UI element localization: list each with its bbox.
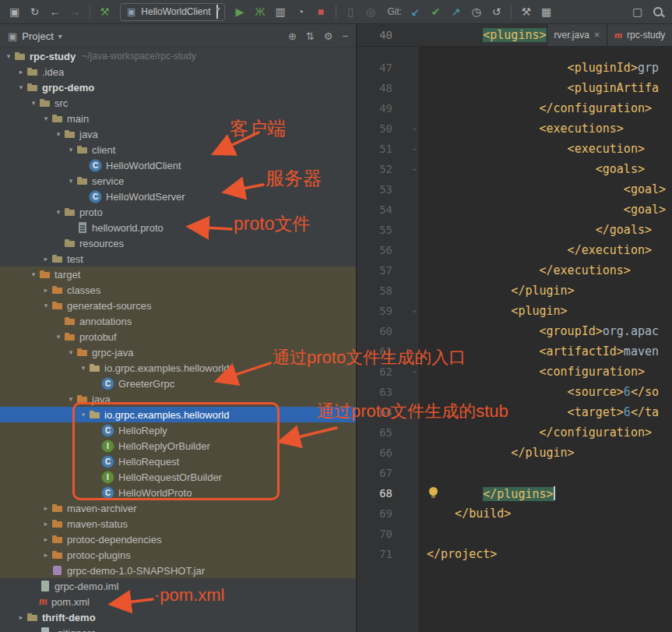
code-line-57[interactable]: 57</executions> xyxy=(357,260,672,281)
line-number[interactable]: 61 xyxy=(357,345,402,358)
code-text[interactable]: <artifactId>maven xyxy=(427,341,672,362)
debug-icon[interactable]: Ж xyxy=(251,3,270,20)
code-text[interactable]: </plugin> xyxy=(427,443,672,463)
code-line-53[interactable]: 53<goal> xyxy=(357,179,672,199)
code-text[interactable]: <plugin> xyxy=(427,301,672,321)
editor-tab-rver-java[interactable]: rver.java× xyxy=(547,24,607,46)
code-line-69[interactable]: 69</build> xyxy=(357,503,672,524)
code-line-66[interactable]: 66</plugin> xyxy=(357,443,672,463)
tree-item-annotations[interactable]: annotations xyxy=(0,313,356,329)
code-line-70[interactable]: 70 xyxy=(357,524,672,544)
code-text[interactable]: <target>6</ta xyxy=(427,402,672,422)
tree-item-service[interactable]: ▾service xyxy=(0,173,356,189)
chevron-down-icon[interactable]: ▾ xyxy=(3,52,14,60)
run-config-select[interactable]: ▣HelloWorldClient▾ xyxy=(120,3,225,21)
tree-item-generated-sources[interactable]: ▾generated-sources xyxy=(0,298,356,313)
code-line-65[interactable]: 65</configuration> xyxy=(357,422,672,443)
fold-marker-icon[interactable]: › xyxy=(410,369,420,375)
chevron-down-icon[interactable]: ▾ xyxy=(65,395,76,403)
code-line-56[interactable]: 56</execution> xyxy=(357,240,672,260)
line-number[interactable]: 60 xyxy=(357,325,402,337)
code-text[interactable]: <goal> xyxy=(427,179,672,199)
chevron-right-icon[interactable]: ▸ xyxy=(16,613,26,621)
tab-close-icon[interactable]: × xyxy=(594,30,600,41)
line-number[interactable]: 56 xyxy=(357,244,402,256)
tree-item-classes[interactable]: ▸classes xyxy=(0,282,356,298)
code-text[interactable]: <pluginArtifa xyxy=(427,78,672,98)
chevron-down-icon[interactable]: ▾ xyxy=(53,208,64,216)
code-line-51[interactable]: 51›<execution> xyxy=(357,139,672,159)
code-line-68[interactable]: 68</plugins> xyxy=(357,483,672,503)
tree-item-main[interactable]: ▾main xyxy=(0,111,356,126)
chevron-right-icon[interactable]: ▸ xyxy=(40,535,51,543)
code-text[interactable]: <execution> xyxy=(427,139,672,159)
sticky-line-code[interactable]: <plugins> xyxy=(483,28,546,42)
tree-item-grpc-java[interactable]: ▾grpc-java xyxy=(0,344,356,360)
project-panel-title[interactable]: Project xyxy=(22,30,53,42)
line-number[interactable]: 55 xyxy=(357,224,402,236)
tree-item-helloworldproto[interactable]: CHelloWorldProto xyxy=(0,485,356,500)
tree-item-helloworldserver[interactable]: CHelloWorldServer xyxy=(0,189,356,204)
line-number[interactable]: 58 xyxy=(357,284,402,297)
code-text[interactable]: <pluginId>grp xyxy=(427,58,672,78)
line-number[interactable]: 52 xyxy=(357,163,402,175)
settings-icon[interactable]: ⚙ xyxy=(324,30,333,42)
search-icon[interactable] xyxy=(648,3,667,20)
fold-marker-icon[interactable]: › xyxy=(410,126,420,132)
code-text[interactable] xyxy=(427,524,672,544)
chevron-right-icon[interactable]: ▸ xyxy=(40,520,51,528)
line-number[interactable]: 71 xyxy=(357,548,402,560)
line-number[interactable]: 68 xyxy=(357,487,402,500)
chevron-right-icon[interactable]: ▸ xyxy=(16,68,26,76)
line-number[interactable]: 51 xyxy=(357,143,402,155)
tree-item-maven-archiver[interactable]: ▸maven-archiver xyxy=(0,500,356,516)
code-line-47[interactable]: 47<pluginId>grp xyxy=(357,58,672,78)
code-line-62[interactable]: 62›<configuration> xyxy=(357,362,672,382)
forward-icon[interactable]: → xyxy=(65,3,85,20)
code-area[interactable]: 47<pluginId>grp48<pluginArtifa49</config… xyxy=(357,47,672,632)
line-number[interactable]: 62 xyxy=(357,365,402,378)
rollback-icon[interactable]: ↺ xyxy=(487,3,506,20)
tree-item-proto[interactable]: ▾proto xyxy=(0,204,356,220)
editor-tab-rpc-study[interactable]: mrpc-study xyxy=(607,24,672,46)
chevron-down-icon[interactable]: ▾ xyxy=(58,32,62,41)
fold-marker-icon[interactable]: › xyxy=(410,167,420,172)
tree-item-helloreply[interactable]: CHelloReply xyxy=(0,422,356,438)
sticky-line-number[interactable]: 40 xyxy=(357,29,402,41)
code-text[interactable]: <groupId>org.apac xyxy=(427,321,672,341)
code-text[interactable]: </execution> xyxy=(427,240,672,260)
chevron-right-icon[interactable]: ▸ xyxy=(40,286,51,294)
chevron-down-icon[interactable]: ▾ xyxy=(16,83,26,91)
code-line-48[interactable]: 48<pluginArtifa xyxy=(357,78,672,98)
build-icon[interactable]: ⚒ xyxy=(95,3,114,20)
code-text[interactable]: </configuration> xyxy=(427,98,672,118)
code-line-61[interactable]: 61<artifactId>maven xyxy=(357,341,672,362)
chevron-down-icon[interactable]: ▾ xyxy=(53,333,64,341)
tree-item-java[interactable]: ▾java xyxy=(0,126,356,142)
code-line-49[interactable]: 49</configuration> xyxy=(357,98,672,118)
code-text[interactable]: </plugins> xyxy=(427,483,672,503)
fold-marker-icon[interactable]: › xyxy=(410,309,420,314)
window-icon[interactable]: ▢ xyxy=(628,3,647,20)
chevron-right-icon[interactable]: ▸ xyxy=(40,255,51,263)
coverage-icon[interactable]: ▥ xyxy=(271,3,290,20)
tree-item-maven-status[interactable]: ▸maven-status xyxy=(0,516,356,531)
code-line-54[interactable]: 54<goal> xyxy=(357,199,672,220)
line-number[interactable]: 59 xyxy=(357,305,402,317)
hammer-icon[interactable]: ⚒ xyxy=(516,3,536,20)
code-text[interactable]: <source>6</so xyxy=(427,382,672,402)
code-line-60[interactable]: 60<groupId>org.apac xyxy=(357,321,672,341)
modules-icon[interactable]: ▦ xyxy=(537,3,556,20)
code-text[interactable]: </goals> xyxy=(427,220,672,240)
code-text[interactable]: <goals> xyxy=(427,159,672,179)
chevron-down-icon[interactable]: ▾ xyxy=(65,146,76,154)
back-icon[interactable]: ← xyxy=(45,3,65,20)
chevron-down-icon[interactable]: ▾ xyxy=(78,411,89,418)
tree-item-io-grpc-examples-helloworld[interactable]: ▾io.grpc.examples.helloworld xyxy=(0,407,356,422)
line-number[interactable]: 49 xyxy=(357,102,402,115)
line-number[interactable]: 64 xyxy=(357,406,402,418)
tree-item-grpc-demo[interactable]: ▾grpc-demo xyxy=(0,79,356,95)
git-push-icon[interactable]: ↗ xyxy=(446,3,466,20)
tree-item-resources[interactable]: resources xyxy=(0,235,356,251)
code-text[interactable]: </project> xyxy=(427,544,672,564)
